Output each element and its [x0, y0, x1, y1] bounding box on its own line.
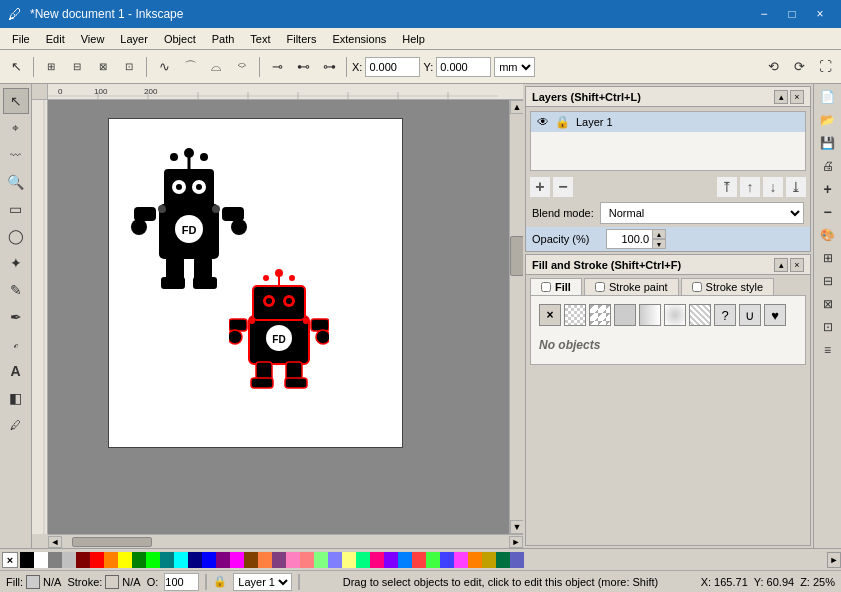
- palette-color[interactable]: [426, 552, 440, 568]
- palette-color[interactable]: [482, 552, 496, 568]
- palette-color[interactable]: [90, 552, 104, 568]
- palette-color[interactable]: [440, 552, 454, 568]
- palette-color[interactable]: [34, 552, 48, 568]
- palette-color[interactable]: [300, 552, 314, 568]
- palette-color[interactable]: [384, 552, 398, 568]
- fill-swatch-7[interactable]: ?: [714, 304, 736, 326]
- palette-color[interactable]: [356, 552, 370, 568]
- toolbar-snap-2[interactable]: ⊷: [291, 55, 315, 79]
- opacity-up[interactable]: ▲: [652, 229, 666, 239]
- toolbar-right-1[interactable]: ⟲: [761, 55, 785, 79]
- coord-y-input[interactable]: [436, 57, 491, 77]
- vscroll-up[interactable]: ▲: [510, 100, 523, 114]
- fill-tab-checkbox[interactable]: [541, 282, 551, 292]
- tool-node[interactable]: ⌖: [3, 115, 29, 141]
- fill-none-button[interactable]: ×: [539, 304, 561, 326]
- fill-tab-stroke-style[interactable]: Stroke style: [681, 278, 774, 295]
- palette-color[interactable]: [412, 552, 426, 568]
- right-save[interactable]: 💾: [817, 132, 839, 154]
- palette-color[interactable]: [104, 552, 118, 568]
- hscroll-thumb[interactable]: [72, 537, 152, 547]
- palette-color[interactable]: [160, 552, 174, 568]
- palette-color[interactable]: [454, 552, 468, 568]
- right-snap[interactable]: ⊞: [817, 247, 839, 269]
- stroke-paint-checkbox[interactable]: [595, 282, 605, 292]
- palette-color[interactable]: [328, 552, 342, 568]
- tool-gradient[interactable]: ◧: [3, 385, 29, 411]
- fill-swatch-2[interactable]: [589, 304, 611, 326]
- layer-item[interactable]: 👁 🔒 Layer 1: [531, 112, 805, 132]
- tool-eyedropper[interactable]: 🖊: [3, 412, 29, 438]
- fill-swatch-4[interactable]: [639, 304, 661, 326]
- palette-color[interactable]: [118, 552, 132, 568]
- hscroll-right[interactable]: ►: [509, 536, 523, 548]
- toolbar-snap-3[interactable]: ⊶: [317, 55, 341, 79]
- toolbar-btn-2[interactable]: ⊟: [65, 55, 89, 79]
- canvas-vscroll[interactable]: ▲ ▼: [509, 100, 523, 534]
- toolbar-path-2[interactable]: ⌒: [178, 55, 202, 79]
- toolbar-path-4[interactable]: ⌔: [230, 55, 254, 79]
- menu-edit[interactable]: Edit: [38, 29, 73, 49]
- layer-eye-icon[interactable]: 👁: [537, 115, 549, 129]
- palette-color[interactable]: [216, 552, 230, 568]
- palette-color[interactable]: [62, 552, 76, 568]
- menu-file[interactable]: File: [4, 29, 38, 49]
- palette-color[interactable]: [314, 552, 328, 568]
- fill-panel-close[interactable]: ×: [790, 258, 804, 272]
- toolbar-btn-4[interactable]: ⊡: [117, 55, 141, 79]
- menu-text[interactable]: Text: [242, 29, 278, 49]
- menu-extensions[interactable]: Extensions: [324, 29, 394, 49]
- layer-status-select[interactable]: Layer 1: [233, 573, 292, 591]
- palette-color[interactable]: [370, 552, 384, 568]
- palette-color[interactable]: [342, 552, 356, 568]
- canvas-hscroll[interactable]: ◄ ►: [48, 534, 523, 548]
- layers-panel-close[interactable]: ×: [790, 90, 804, 104]
- layers-panel-min[interactable]: ▴: [774, 90, 788, 104]
- palette-color[interactable]: [230, 552, 244, 568]
- right-zoom-in[interactable]: +: [817, 178, 839, 200]
- coord-x-input[interactable]: [365, 57, 420, 77]
- tool-star[interactable]: ✦: [3, 250, 29, 276]
- menu-layer[interactable]: Layer: [112, 29, 156, 49]
- layer-to-bottom[interactable]: ⤓: [786, 177, 806, 197]
- tool-text[interactable]: A: [3, 358, 29, 384]
- tool-select[interactable]: ↖: [3, 88, 29, 114]
- toolbar-zoom[interactable]: ⛶: [813, 55, 837, 79]
- layer-up[interactable]: ↑: [740, 177, 760, 197]
- opacity-status-input[interactable]: [164, 573, 199, 591]
- fill-tab-stroke-paint[interactable]: Stroke paint: [584, 278, 679, 295]
- tool-calligraphy[interactable]: 𝒸: [3, 331, 29, 357]
- menu-object[interactable]: Object: [156, 29, 204, 49]
- layer-add[interactable]: +: [530, 177, 550, 197]
- palette-color[interactable]: [272, 552, 286, 568]
- fill-swatch-9[interactable]: ♥: [764, 304, 786, 326]
- menu-help[interactable]: Help: [394, 29, 433, 49]
- vscroll-thumb[interactable]: [510, 236, 523, 276]
- unit-select[interactable]: mm px cm: [494, 57, 535, 77]
- right-guide[interactable]: ⊠: [817, 293, 839, 315]
- fill-swatch-3[interactable]: [614, 304, 636, 326]
- palette-color[interactable]: [286, 552, 300, 568]
- fill-swatch-5[interactable]: [664, 304, 686, 326]
- palette-color[interactable]: [202, 552, 216, 568]
- tool-zoom[interactable]: 🔍: [3, 169, 29, 195]
- palette-color[interactable]: [20, 552, 34, 568]
- palette-color[interactable]: [146, 552, 160, 568]
- layer-remove[interactable]: −: [553, 177, 573, 197]
- toolbar-path-3[interactable]: ⌓: [204, 55, 228, 79]
- palette-none[interactable]: ×: [2, 552, 18, 568]
- canvas-area[interactable]: FD: [48, 100, 523, 534]
- layer-down[interactable]: ↓: [763, 177, 783, 197]
- tool-circle[interactable]: ◯: [3, 223, 29, 249]
- blend-select[interactable]: Normal Multiply Screen: [600, 202, 804, 224]
- menu-view[interactable]: View: [73, 29, 113, 49]
- palette-color[interactable]: [398, 552, 412, 568]
- palette-color[interactable]: [188, 552, 202, 568]
- toolbar-select[interactable]: ↖: [4, 55, 28, 79]
- tool-rect[interactable]: ▭: [3, 196, 29, 222]
- vscroll-down[interactable]: ▼: [510, 520, 523, 534]
- toolbar-right-2[interactable]: ⟳: [787, 55, 811, 79]
- stroke-style-checkbox[interactable]: [692, 282, 702, 292]
- toolbar-snap-1[interactable]: ⊸: [265, 55, 289, 79]
- layer-to-top[interactable]: ⤒: [717, 177, 737, 197]
